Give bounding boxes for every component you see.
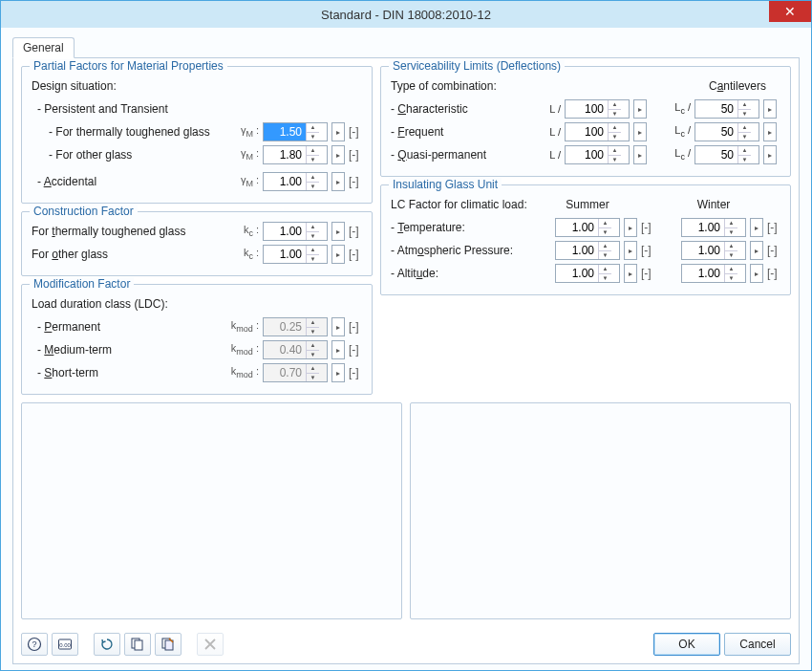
input-freq-L[interactable] — [566, 123, 608, 141]
input-alt-summer[interactable] — [556, 265, 598, 282]
spin-alt-winter[interactable]: ▲▼ — [681, 264, 746, 283]
spin-up-icon[interactable]: ▲ — [609, 123, 621, 133]
spin-mod-short[interactable]: ▲▼ — [263, 363, 328, 382]
picker-button[interactable]: ▸ — [763, 99, 777, 119]
input-partial-accidental[interactable] — [264, 173, 306, 190]
picker-button[interactable]: ▸ — [624, 241, 637, 260]
spin-down-icon[interactable]: ▼ — [725, 251, 737, 260]
input-quasi-Lc[interactable] — [695, 146, 737, 163]
spin-down-icon[interactable]: ▼ — [599, 228, 611, 237]
spin-mod-permanent[interactable]: ▲▼ — [263, 317, 328, 336]
spin-down-icon[interactable]: ▼ — [609, 110, 621, 119]
spin-down-icon[interactable]: ▼ — [725, 228, 737, 237]
spin-down-icon[interactable]: ▼ — [307, 232, 319, 241]
spin-freq-Lc[interactable]: ▲▼ — [694, 122, 759, 141]
picker-button[interactable]: ▸ — [331, 222, 345, 241]
ok-button[interactable]: OK — [653, 633, 720, 656]
spin-up-icon[interactable]: ▲ — [599, 265, 611, 274]
tab-general[interactable]: General — [12, 37, 75, 58]
spin-up-icon[interactable]: ▲ — [738, 100, 751, 110]
picker-button[interactable]: ▸ — [633, 145, 647, 164]
picker-button[interactable]: ▸ — [624, 218, 637, 237]
spin-down-icon[interactable]: ▼ — [738, 156, 751, 164]
input-atm-summer[interactable] — [556, 242, 598, 259]
spin-down-icon[interactable]: ▼ — [599, 251, 611, 260]
input-atm-winter[interactable] — [682, 242, 724, 259]
spin-up-icon[interactable]: ▲ — [307, 173, 319, 183]
spin-down-icon[interactable]: ▼ — [307, 156, 319, 164]
picker-button[interactable]: ▸ — [331, 122, 345, 141]
spin-up-icon[interactable]: ▲ — [307, 223, 319, 232]
spin-char-L[interactable]: ▲▼ — [565, 99, 630, 119]
spin-mod-medium[interactable]: ▲▼ — [263, 340, 328, 359]
picker-button[interactable]: ▸ — [331, 245, 345, 264]
spin-temp-winter[interactable]: ▲▼ — [681, 218, 746, 237]
spin-down-icon[interactable]: ▼ — [307, 255, 319, 264]
picker-button[interactable]: ▸ — [331, 145, 345, 164]
spin-up-icon[interactable]: ▲ — [307, 364, 319, 374]
input-cf-other[interactable] — [264, 246, 306, 263]
spin-partial-other[interactable]: ▲▼ — [263, 145, 328, 164]
spin-up-icon[interactable]: ▲ — [307, 341, 319, 351]
picker-button[interactable]: ▸ — [624, 264, 637, 283]
spin-up-icon[interactable]: ▲ — [307, 123, 319, 133]
spin-down-icon[interactable]: ▼ — [307, 133, 319, 141]
spin-down-icon[interactable]: ▼ — [738, 110, 751, 119]
input-char-L[interactable] — [566, 100, 608, 118]
input-temp-winter[interactable] — [682, 219, 724, 236]
spin-down-icon[interactable]: ▼ — [599, 274, 611, 283]
input-alt-winter[interactable] — [682, 265, 724, 282]
copy-button[interactable] — [124, 633, 151, 656]
spin-down-icon[interactable]: ▼ — [307, 183, 319, 191]
input-freq-Lc[interactable] — [695, 123, 737, 141]
units-button[interactable]: 0.00 — [52, 633, 78, 656]
spin-up-icon[interactable]: ▲ — [609, 146, 621, 156]
spin-freq-L[interactable]: ▲▼ — [565, 122, 630, 141]
spin-quasi-Lc[interactable]: ▲▼ — [694, 145, 759, 164]
spin-up-icon[interactable]: ▲ — [725, 265, 737, 274]
spin-up-icon[interactable]: ▲ — [307, 146, 319, 156]
picker-button[interactable]: ▸ — [763, 145, 777, 164]
picker-button[interactable]: ▸ — [763, 122, 777, 141]
picker-button[interactable]: ▸ — [633, 122, 647, 141]
picker-button[interactable]: ▸ — [331, 317, 345, 336]
spin-up-icon[interactable]: ▲ — [725, 242, 737, 251]
spin-partial-thermal[interactable]: ▲▼ — [263, 122, 328, 141]
spin-down-icon[interactable]: ▼ — [307, 328, 319, 336]
spin-partial-accidental[interactable]: ▲▼ — [263, 172, 328, 191]
help-button[interactable]: ? — [21, 633, 48, 656]
picker-button[interactable]: ▸ — [750, 218, 763, 237]
spin-down-icon[interactable]: ▼ — [609, 156, 621, 164]
paste-button[interactable] — [155, 633, 182, 656]
input-temp-summer[interactable] — [556, 219, 598, 236]
picker-button[interactable]: ▸ — [331, 172, 345, 191]
spin-down-icon[interactable]: ▼ — [609, 133, 621, 141]
input-cf-thermal[interactable] — [264, 223, 306, 240]
spin-up-icon[interactable]: ▲ — [599, 242, 611, 251]
input-quasi-L[interactable] — [566, 146, 608, 163]
spin-down-icon[interactable]: ▼ — [307, 351, 319, 359]
picker-button[interactable]: ▸ — [750, 241, 763, 260]
input-partial-thermal[interactable] — [264, 123, 306, 141]
spin-char-Lc[interactable]: ▲▼ — [694, 99, 759, 119]
spin-up-icon[interactable]: ▲ — [307, 246, 319, 255]
spin-alt-summer[interactable]: ▲▼ — [555, 264, 620, 283]
spin-up-icon[interactable]: ▲ — [599, 219, 611, 228]
picker-button[interactable]: ▸ — [331, 363, 345, 382]
spin-temp-summer[interactable]: ▲▼ — [555, 218, 620, 237]
spin-up-icon[interactable]: ▲ — [738, 146, 751, 156]
input-partial-other[interactable] — [264, 146, 306, 163]
cancel-button[interactable]: Cancel — [724, 633, 791, 656]
picker-button[interactable]: ▸ — [633, 99, 647, 119]
spin-down-icon[interactable]: ▼ — [725, 274, 737, 283]
default-button[interactable] — [94, 633, 120, 656]
input-char-Lc[interactable] — [695, 100, 737, 118]
spin-down-icon[interactable]: ▼ — [738, 133, 751, 141]
spin-cf-other[interactable]: ▲▼ — [263, 245, 328, 264]
spin-up-icon[interactable]: ▲ — [307, 318, 319, 328]
spin-atm-winter[interactable]: ▲▼ — [681, 241, 746, 260]
spin-cf-thermal[interactable]: ▲▼ — [263, 222, 328, 241]
close-button[interactable]: ✕ — [769, 1, 811, 22]
spin-up-icon[interactable]: ▲ — [725, 219, 737, 228]
spin-quasi-L[interactable]: ▲▼ — [565, 145, 630, 164]
